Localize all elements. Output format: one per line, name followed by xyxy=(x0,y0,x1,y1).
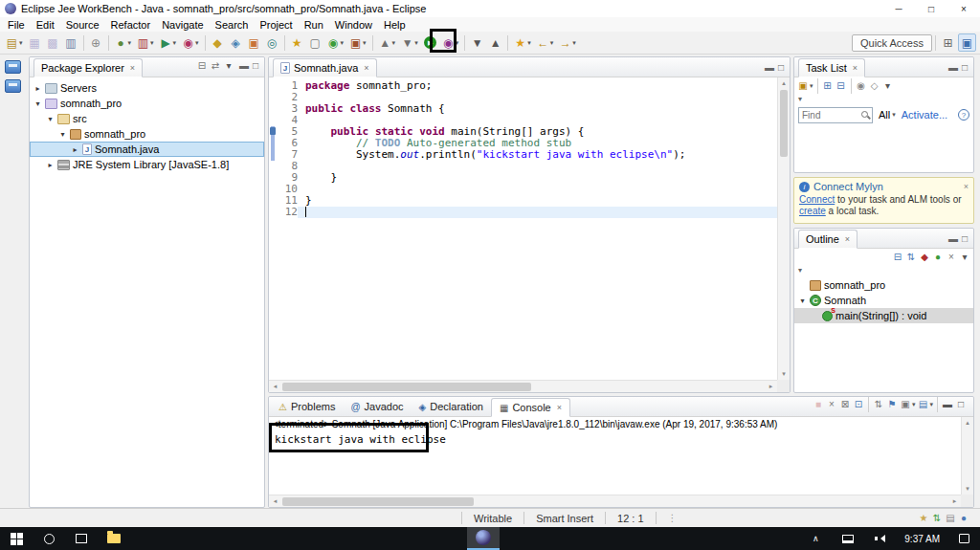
run-icon[interactable]: ▶ xyxy=(422,33,438,52)
maximize-window-button[interactable]: □ xyxy=(915,0,947,17)
scroll-down-icon[interactable]: ▾ xyxy=(962,483,973,495)
code-line-10[interactable] xyxy=(305,184,777,195)
quick-access-button[interactable]: Quick Access xyxy=(852,34,932,52)
tab-javadoc[interactable]: @Javadoc xyxy=(343,397,411,416)
scrollbar-thumb[interactable] xyxy=(282,383,531,391)
remove-all-launches-icon[interactable]: ⊠ xyxy=(838,398,852,412)
explorer-item-servers[interactable]: ▸Servers xyxy=(30,80,264,96)
launch-marker-icon[interactable] xyxy=(270,127,276,135)
close-editor-icon[interactable]: × xyxy=(364,63,368,73)
code-line-1[interactable]: package somnath_pro; xyxy=(305,80,777,92)
scroll-up-icon[interactable]: ▴ xyxy=(962,417,973,429)
prev-annotation-icon[interactable]: ▲▾ xyxy=(377,33,398,52)
minimize-view-icon[interactable]: ▬ xyxy=(941,398,954,412)
save-icon[interactable]: ▦ xyxy=(27,33,43,52)
scrollbar-thumb[interactable] xyxy=(282,497,474,506)
close-tab-icon[interactable]: × xyxy=(557,403,562,412)
new-class-icon[interactable]: ◉▾ xyxy=(325,33,346,52)
maximize-view-icon[interactable]: □ xyxy=(778,62,784,73)
open-perspective-icon[interactable]: ⊞ xyxy=(940,33,956,52)
maximize-view-icon[interactable]: □ xyxy=(962,62,968,73)
expand-arrow-icon[interactable]: ▸ xyxy=(33,84,42,93)
tray-chevron-button[interactable]: ∧ xyxy=(799,527,832,550)
run-history-icon[interactable]: ▶▾ xyxy=(158,33,179,52)
menu-navigate[interactable]: Navigate xyxy=(156,19,209,31)
menu-search[interactable]: Search xyxy=(210,19,255,31)
collapse-all-icon[interactable]: ⊟ xyxy=(891,250,904,264)
help-icon[interactable]: ? xyxy=(958,109,969,121)
editor-horizontal-scrollbar[interactable]: ◂ ▸ xyxy=(269,380,777,392)
code-line-12[interactable] xyxy=(298,207,777,218)
console-output-area[interactable]: <terminated> Somnath [Java Application] … xyxy=(269,417,973,507)
code-line-7[interactable]: System.out.println("kickstart java with … xyxy=(305,149,777,161)
editor-tab[interactable]: Somnath.java × xyxy=(273,58,377,77)
open-console-icon[interactable]: ▤▾ xyxy=(916,398,934,412)
scheduled-icon[interactable]: ⊟ xyxy=(835,78,848,93)
remove-launch-icon[interactable]: × xyxy=(825,398,838,412)
console-vertical-scrollbar[interactable]: ▴ ▾ xyxy=(961,417,973,495)
close-view-icon[interactable]: × xyxy=(130,63,135,73)
tip-status-icon[interactable]: ● xyxy=(957,511,970,525)
close-window-button[interactable]: × xyxy=(947,0,980,17)
menu-help[interactable]: Help xyxy=(378,19,412,31)
sort-icon[interactable]: ⇅ xyxy=(904,250,918,264)
recommenders-status-icon[interactable]: ★ xyxy=(917,511,930,525)
code-line-9[interactable]: } xyxy=(305,172,777,184)
hide-fields-icon[interactable]: ◆ xyxy=(918,250,931,264)
menu-window[interactable]: Window xyxy=(329,19,378,31)
filter-icon[interactable]: ◇ xyxy=(868,78,881,93)
clock[interactable]: 9:37 AM xyxy=(897,534,947,544)
minimize-window-button[interactable]: ─ xyxy=(882,0,915,17)
clear-console-icon[interactable]: ⊡ xyxy=(852,398,865,412)
hide-static-icon[interactable]: ● xyxy=(931,250,945,264)
minimize-view-icon[interactable]: ▬ xyxy=(239,60,249,71)
view-menu-icon[interactable]: ▾ xyxy=(881,78,895,93)
explorer-item-somnath-pro[interactable]: ▾somnath_pro xyxy=(30,126,264,142)
scroll-right-icon[interactable]: ▸ xyxy=(765,383,777,390)
code-line-11[interactable]: } xyxy=(305,195,777,207)
open-type-icon[interactable]: ▢ xyxy=(307,33,323,52)
next-annotation-icon[interactable]: ▼▾ xyxy=(399,33,420,52)
explorer-item-somnath-java[interactable]: ▸Somnath.java xyxy=(30,142,264,157)
terminate-icon[interactable]: ■ xyxy=(812,398,825,412)
expand-arrow-icon[interactable]: ▾ xyxy=(33,99,42,108)
new-wizard-icon[interactable]: ▤▾ xyxy=(4,33,25,52)
export-icon[interactable]: ▲ xyxy=(487,33,503,52)
code-line-8[interactable] xyxy=(305,161,777,172)
outline-item-somnath[interactable]: ▾Somnath xyxy=(794,293,973,308)
explorer-item-somnath-pro[interactable]: ▾somnath_pro xyxy=(30,96,264,111)
restore-view-icon-top[interactable] xyxy=(5,60,21,74)
menu-project[interactable]: Project xyxy=(254,19,298,31)
start-button[interactable] xyxy=(0,527,33,550)
menu-source[interactable]: Source xyxy=(60,19,105,31)
expand-arrow-icon[interactable]: ▾ xyxy=(46,115,55,123)
menu-run[interactable]: Run xyxy=(299,19,329,31)
menu-file[interactable]: File xyxy=(2,19,31,31)
new-package-icon[interactable]: ▣▾ xyxy=(347,33,368,52)
eclipse-app-button[interactable] xyxy=(467,527,500,550)
explorer-item-jre-system-library-javase-1-8[interactable]: ▸JRE System Library [JavaSE-1.8] xyxy=(30,157,264,172)
package-explorer-tab[interactable]: Package Explorer × xyxy=(33,58,143,77)
build-all-icon[interactable]: ⊕ xyxy=(88,33,104,52)
forward-icon[interactable]: →▾ xyxy=(557,33,578,52)
minimize-view-icon[interactable]: ▬ xyxy=(948,233,958,244)
collapse-all-icon[interactable]: ⊟ xyxy=(195,58,209,73)
profile-icon[interactable]: ◉▾ xyxy=(180,33,201,52)
import-icon[interactable]: ▼ xyxy=(469,33,485,52)
network-button[interactable] xyxy=(832,527,864,550)
tab-declaration[interactable]: ◈Declaration xyxy=(412,397,491,416)
search-icon[interactable]: ★▾ xyxy=(512,33,533,52)
outline-item-somnath-pro[interactable]: somnath_pro xyxy=(794,277,973,293)
task-list-tab[interactable]: Task List × xyxy=(798,58,865,77)
expand-arrow-icon[interactable]: ▾ xyxy=(58,130,67,139)
volume-button[interactable] xyxy=(864,527,897,550)
debug-icon[interactable]: ●▾ xyxy=(113,33,134,52)
progress-status-icon[interactable]: ▤ xyxy=(944,511,957,525)
expand-arrow-icon[interactable]: ▸ xyxy=(71,145,79,154)
notification-center-button[interactable] xyxy=(947,527,980,550)
javaee-perspective-icon[interactable]: ▣ xyxy=(958,33,976,52)
menu-edit[interactable]: Edit xyxy=(31,19,60,31)
maximize-view-icon[interactable]: □ xyxy=(954,398,968,412)
tab-problems[interactable]: ⚠Problems xyxy=(271,397,343,416)
hide-non-public-icon[interactable]: × xyxy=(945,250,958,264)
